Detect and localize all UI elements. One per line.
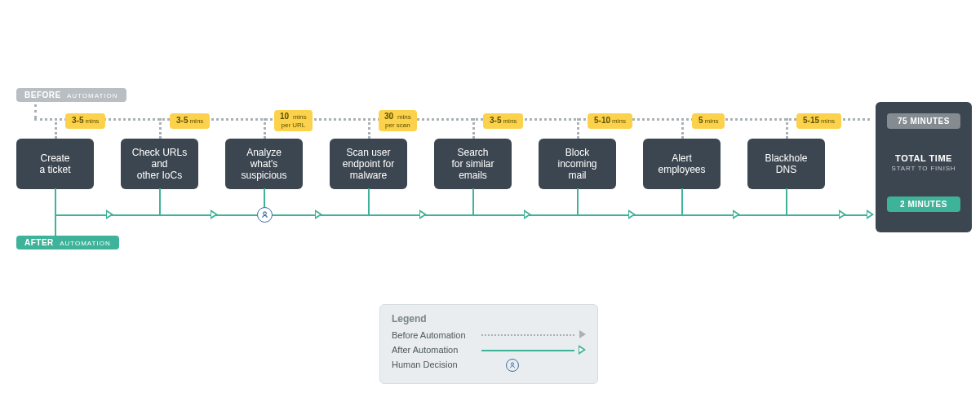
- time-pill: 3-5mins: [483, 113, 523, 129]
- automation-label: AUTOMATION: [60, 240, 111, 247]
- time-unit: mins: [397, 113, 411, 121]
- step-box: BlackholeDNS: [747, 139, 825, 189]
- dotted-connector: [786, 118, 788, 139]
- time-pill: 5-15mins: [796, 113, 841, 129]
- total-time-sub: START TO FINISH: [876, 165, 972, 172]
- dotted-connector: [159, 118, 162, 139]
- step-title: Searchfor similaremails: [451, 147, 494, 181]
- dotted-connector: [368, 118, 370, 139]
- dotted-connector: [264, 118, 266, 139]
- legend-after-row: After Automation: [392, 344, 586, 355]
- legend-title: Legend: [392, 313, 586, 324]
- time-value: 3-5: [176, 116, 188, 125]
- arrow-icon: [733, 210, 740, 219]
- svg-point-1: [511, 363, 513, 365]
- dotted-connector: [577, 118, 579, 139]
- human-decision-icon: [257, 207, 273, 223]
- stem: [55, 231, 56, 237]
- after-badge: AFTER AUTOMATION: [16, 236, 119, 249]
- dotted-connector: [472, 118, 475, 139]
- human-icon: [506, 359, 519, 372]
- step-title: Analyzewhat'ssuspicious: [241, 147, 286, 181]
- time-value: 30: [384, 112, 393, 121]
- time-unit: mins: [293, 113, 307, 121]
- step-title: Alertemployees: [658, 152, 705, 175]
- legend-before-label: Before Automation: [392, 330, 481, 340]
- dotted-connector: [34, 104, 37, 118]
- step-box: Searchfor similaremails: [434, 139, 512, 189]
- before-label: BEFORE: [24, 91, 61, 99]
- summary-panel: 75 MINUTES TOTAL TIME START TO FINISH 2 …: [876, 102, 972, 232]
- stem: [472, 188, 474, 214]
- time-value: 10: [280, 112, 289, 121]
- automation-label: AUTOMATION: [67, 92, 118, 99]
- after-label: AFTER: [24, 238, 54, 247]
- step-box: Check URLsandother IoCs: [121, 139, 198, 189]
- arrow-icon: [315, 210, 322, 219]
- step-box: Scan userendpoint formalware: [330, 139, 407, 189]
- arrow-icon: [867, 210, 874, 219]
- arrow-icon: [579, 345, 586, 355]
- legend: Legend Before Automation After Automatio…: [379, 304, 598, 384]
- stem: [159, 188, 161, 214]
- time-value: 5-10: [594, 116, 610, 125]
- step-box: Alertemployees: [643, 139, 721, 189]
- time-value: 3-5: [490, 116, 501, 125]
- after-flow-line: [55, 214, 872, 216]
- legend-human-row: Human Decision: [392, 359, 586, 370]
- step-title: Blockincomingmail: [557, 147, 596, 181]
- time-unit: mins: [85, 117, 99, 125]
- arrow-icon: [628, 210, 636, 219]
- before-total: 75 MINUTES: [887, 113, 960, 129]
- legend-after-label: After Automation: [392, 345, 481, 355]
- step-box: Analyzewhat'ssuspicious: [225, 139, 303, 189]
- stem: [681, 188, 683, 214]
- time-pill: 3-5mins: [170, 113, 210, 129]
- svg-point-0: [264, 212, 267, 215]
- arrow-icon: [579, 330, 586, 338]
- stem: [368, 188, 370, 214]
- step-title: BlackholeDNS: [765, 152, 807, 175]
- time-pill: 5mins: [692, 113, 725, 129]
- automation-diagram: BEFORE AUTOMATION AFTER AUTOMATION 3-5mi…: [0, 0, 980, 415]
- arrow-icon: [419, 210, 427, 219]
- after-total: 2 MINUTES: [887, 196, 960, 212]
- time-unit: mins: [821, 117, 835, 125]
- arrow-icon: [524, 210, 531, 219]
- dotted-connector: [55, 118, 57, 139]
- time-pill: 10 minsper URL: [274, 110, 313, 131]
- step-box: Createa ticket: [16, 139, 94, 189]
- arrow-icon: [839, 210, 846, 219]
- step-title: Scan userendpoint formalware: [343, 147, 394, 181]
- step-title: Createa ticket: [39, 152, 70, 175]
- legend-before-row: Before Automation: [392, 329, 586, 341]
- time-unit: mins: [189, 117, 203, 125]
- time-unit2: per URL: [280, 121, 307, 129]
- stem: [786, 188, 787, 214]
- arrow-icon: [211, 210, 218, 219]
- time-pill: 30 minsper scan: [379, 110, 417, 131]
- time-unit2: per scan: [384, 121, 411, 129]
- stem: [577, 188, 579, 214]
- legend-human-label: Human Decision: [392, 360, 481, 369]
- time-value: 3-5: [72, 116, 83, 125]
- time-unit: mins: [612, 117, 626, 125]
- time-pill: 3-5mins: [65, 113, 105, 129]
- arrow-icon: [106, 210, 113, 219]
- time-value: 5: [698, 116, 703, 125]
- dotted-connector: [681, 118, 684, 139]
- time-unit: mins: [705, 117, 719, 125]
- step-box: Blockincomingmail: [539, 139, 616, 189]
- time-unit: mins: [503, 117, 517, 125]
- step-title: Check URLsandother IoCs: [132, 147, 187, 181]
- time-value: 5-15: [803, 116, 819, 125]
- stem: [55, 188, 56, 214]
- total-time-label: TOTAL TIME: [876, 153, 972, 163]
- before-badge: BEFORE AUTOMATION: [16, 88, 126, 102]
- time-pill: 5-10mins: [588, 113, 632, 129]
